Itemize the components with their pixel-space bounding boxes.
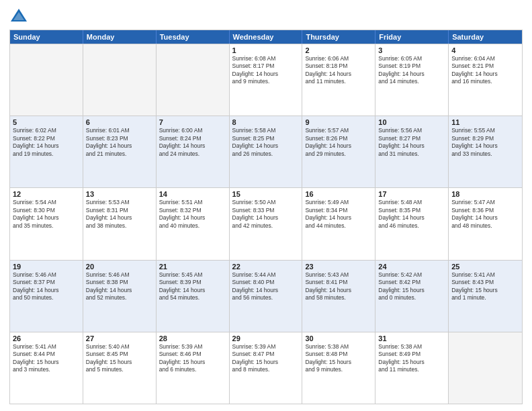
calendar-cell: 17Sunrise: 5:48 AM Sunset: 8:35 PM Dayli… (375, 188, 449, 259)
calendar-cell: 26Sunrise: 5:41 AM Sunset: 8:44 PM Dayli… (10, 332, 83, 404)
calendar-cell: 11Sunrise: 5:55 AM Sunset: 8:29 PM Dayli… (449, 116, 522, 187)
cell-info: Sunrise: 5:56 AM Sunset: 8:27 PM Dayligh… (378, 127, 445, 158)
cell-info: Sunrise: 5:55 AM Sunset: 8:29 PM Dayligh… (451, 127, 519, 158)
cal-header-day: Thursday (302, 30, 375, 44)
calendar-cell: 25Sunrise: 5:41 AM Sunset: 8:43 PM Dayli… (449, 261, 522, 332)
calendar-cell: 30Sunrise: 5:38 AM Sunset: 8:48 PM Dayli… (302, 332, 375, 404)
day-number: 6 (86, 118, 153, 126)
calendar-cell: 4Sunrise: 6:04 AM Sunset: 8:21 PM Daylig… (449, 44, 522, 116)
calendar-cell: 7Sunrise: 6:00 AM Sunset: 8:24 PM Daylig… (157, 116, 230, 187)
calendar-row: 5Sunrise: 6:02 AM Sunset: 8:22 PM Daylig… (10, 116, 522, 187)
calendar-cell (83, 44, 157, 116)
cell-info: Sunrise: 5:45 AM Sunset: 8:39 PM Dayligh… (159, 271, 226, 302)
day-number: 3 (378, 46, 445, 54)
day-number: 20 (86, 263, 153, 271)
calendar-cell: 9Sunrise: 5:57 AM Sunset: 8:26 PM Daylig… (302, 116, 375, 187)
day-number: 15 (232, 190, 300, 198)
day-number: 11 (451, 118, 519, 126)
day-number: 24 (378, 263, 445, 271)
cell-info: Sunrise: 5:43 AM Sunset: 8:41 PM Dayligh… (305, 271, 372, 302)
day-number: 18 (451, 190, 519, 198)
cell-info: Sunrise: 5:39 AM Sunset: 8:47 PM Dayligh… (232, 343, 300, 374)
calendar-row: 1Sunrise: 6:08 AM Sunset: 8:17 PM Daylig… (10, 44, 522, 116)
cell-info: Sunrise: 6:05 AM Sunset: 8:19 PM Dayligh… (378, 55, 445, 86)
cal-header-day: Sunday (10, 30, 83, 44)
day-number: 14 (159, 190, 226, 198)
cell-info: Sunrise: 5:48 AM Sunset: 8:35 PM Dayligh… (378, 199, 445, 230)
calendar-cell: 12Sunrise: 5:54 AM Sunset: 8:30 PM Dayli… (10, 188, 83, 259)
calendar-row: 19Sunrise: 5:46 AM Sunset: 8:37 PM Dayli… (10, 260, 522, 332)
cell-info: Sunrise: 6:04 AM Sunset: 8:21 PM Dayligh… (451, 55, 519, 86)
day-number: 13 (86, 190, 153, 198)
calendar-cell: 31Sunrise: 5:38 AM Sunset: 8:49 PM Dayli… (375, 332, 449, 404)
day-number: 2 (305, 46, 372, 54)
cell-info: Sunrise: 5:39 AM Sunset: 8:46 PM Dayligh… (159, 343, 226, 374)
calendar-cell: 15Sunrise: 5:50 AM Sunset: 8:33 PM Dayli… (230, 188, 303, 259)
day-number: 28 (159, 334, 226, 342)
cell-info: Sunrise: 5:47 AM Sunset: 8:36 PM Dayligh… (451, 199, 519, 230)
cell-info: Sunrise: 5:50 AM Sunset: 8:33 PM Dayligh… (232, 199, 300, 230)
calendar-header: SundayMondayTuesdayWednesdayThursdayFrid… (10, 30, 522, 44)
day-number: 29 (232, 334, 300, 342)
calendar-cell (10, 44, 83, 116)
calendar-cell: 19Sunrise: 5:46 AM Sunset: 8:37 PM Dayli… (10, 261, 83, 332)
cell-info: Sunrise: 5:46 AM Sunset: 8:37 PM Dayligh… (13, 271, 80, 302)
calendar-cell: 2Sunrise: 6:06 AM Sunset: 8:18 PM Daylig… (302, 44, 375, 116)
cell-info: Sunrise: 5:46 AM Sunset: 8:38 PM Dayligh… (86, 271, 153, 302)
day-number: 31 (378, 334, 445, 342)
page: SundayMondayTuesdayWednesdayThursdayFrid… (0, 0, 532, 411)
cal-header-day: Monday (83, 30, 157, 44)
cell-info: Sunrise: 6:00 AM Sunset: 8:24 PM Dayligh… (159, 127, 226, 158)
calendar-cell: 23Sunrise: 5:43 AM Sunset: 8:41 PM Dayli… (302, 261, 375, 332)
day-number: 9 (305, 118, 372, 126)
cell-info: Sunrise: 5:38 AM Sunset: 8:48 PM Dayligh… (305, 343, 372, 374)
cell-info: Sunrise: 5:40 AM Sunset: 8:45 PM Dayligh… (86, 343, 153, 374)
cell-info: Sunrise: 5:42 AM Sunset: 8:42 PM Dayligh… (378, 271, 445, 302)
calendar-cell: 28Sunrise: 5:39 AM Sunset: 8:46 PM Dayli… (157, 332, 230, 404)
cal-header-day: Tuesday (157, 30, 230, 44)
calendar-cell: 21Sunrise: 5:45 AM Sunset: 8:39 PM Dayli… (157, 261, 230, 332)
day-number: 1 (232, 46, 300, 54)
calendar-cell: 8Sunrise: 5:58 AM Sunset: 8:25 PM Daylig… (230, 116, 303, 187)
cal-header-day: Wednesday (230, 30, 303, 44)
day-number: 22 (232, 263, 300, 271)
calendar-cell: 24Sunrise: 5:42 AM Sunset: 8:42 PM Dayli… (375, 261, 449, 332)
day-number: 7 (159, 118, 226, 126)
cell-info: Sunrise: 5:51 AM Sunset: 8:32 PM Dayligh… (159, 199, 226, 230)
day-number: 25 (451, 263, 519, 271)
cell-info: Sunrise: 6:01 AM Sunset: 8:23 PM Dayligh… (86, 127, 153, 158)
cell-info: Sunrise: 6:06 AM Sunset: 8:18 PM Dayligh… (305, 55, 372, 86)
calendar-cell: 18Sunrise: 5:47 AM Sunset: 8:36 PM Dayli… (449, 188, 522, 259)
cal-header-day: Friday (375, 30, 449, 44)
day-number: 26 (13, 334, 80, 342)
calendar-cell: 16Sunrise: 5:49 AM Sunset: 8:34 PM Dayli… (302, 188, 375, 259)
calendar: SundayMondayTuesdayWednesdayThursdayFrid… (9, 30, 523, 404)
calendar-cell: 6Sunrise: 6:01 AM Sunset: 8:23 PM Daylig… (83, 116, 157, 187)
day-number: 5 (13, 118, 80, 126)
calendar-cell: 10Sunrise: 5:56 AM Sunset: 8:27 PM Dayli… (375, 116, 449, 187)
cell-info: Sunrise: 5:38 AM Sunset: 8:49 PM Dayligh… (378, 343, 445, 374)
cell-info: Sunrise: 5:54 AM Sunset: 8:30 PM Dayligh… (13, 199, 80, 230)
calendar-row: 26Sunrise: 5:41 AM Sunset: 8:44 PM Dayli… (10, 332, 522, 404)
calendar-cell: 5Sunrise: 6:02 AM Sunset: 8:22 PM Daylig… (10, 116, 83, 187)
cell-info: Sunrise: 6:08 AM Sunset: 8:17 PM Dayligh… (232, 55, 300, 86)
calendar-cell (157, 44, 230, 116)
calendar-body: 1Sunrise: 6:08 AM Sunset: 8:17 PM Daylig… (10, 44, 522, 404)
cell-info: Sunrise: 5:41 AM Sunset: 8:44 PM Dayligh… (13, 343, 80, 374)
cell-info: Sunrise: 5:53 AM Sunset: 8:31 PM Dayligh… (86, 199, 153, 230)
calendar-cell (449, 332, 522, 404)
calendar-row: 12Sunrise: 5:54 AM Sunset: 8:30 PM Dayli… (10, 187, 522, 259)
cell-info: Sunrise: 5:58 AM Sunset: 8:25 PM Dayligh… (232, 127, 300, 158)
cell-info: Sunrise: 5:57 AM Sunset: 8:26 PM Dayligh… (305, 127, 372, 158)
calendar-cell: 20Sunrise: 5:46 AM Sunset: 8:38 PM Dayli… (83, 261, 157, 332)
logo-icon (9, 7, 28, 26)
calendar-cell: 1Sunrise: 6:08 AM Sunset: 8:17 PM Daylig… (230, 44, 303, 116)
day-number: 16 (305, 190, 372, 198)
calendar-cell: 27Sunrise: 5:40 AM Sunset: 8:45 PM Dayli… (83, 332, 157, 404)
day-number: 10 (378, 118, 445, 126)
logo (9, 7, 31, 26)
day-number: 21 (159, 263, 226, 271)
cell-info: Sunrise: 5:44 AM Sunset: 8:40 PM Dayligh… (232, 271, 300, 302)
cell-info: Sunrise: 6:02 AM Sunset: 8:22 PM Dayligh… (13, 127, 80, 158)
calendar-cell: 29Sunrise: 5:39 AM Sunset: 8:47 PM Dayli… (230, 332, 303, 404)
